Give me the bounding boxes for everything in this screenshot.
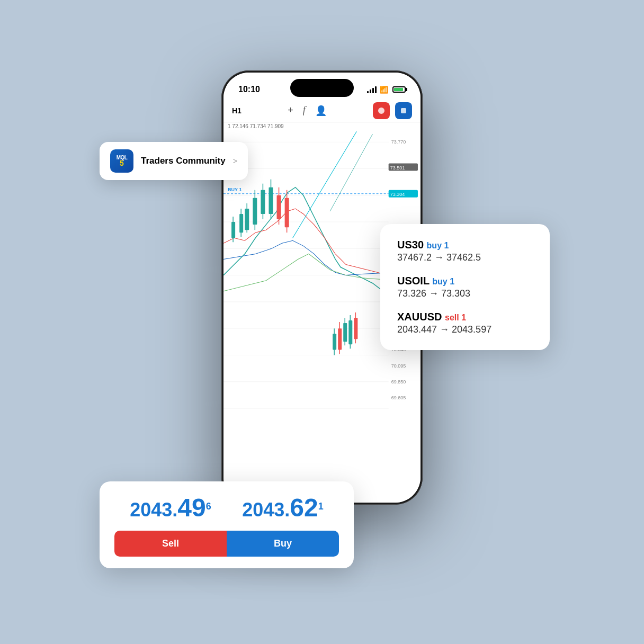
sell-price: 2043.496 [130, 493, 211, 522]
trade-us30-header: US30 buy 1 [397, 239, 533, 251]
sell-price-large: 49 [177, 494, 205, 522]
dynamic-island [290, 79, 354, 97]
toolbar: H1 + f 👤 [223, 99, 421, 122]
mql5-logo: MQL 5 [110, 149, 133, 173]
notification-card[interactable]: MQL 5 Traders Community > [100, 142, 248, 180]
sell-button[interactable]: Sell [114, 531, 227, 557]
trade-item-xauusd: XAUUSD sell 1 2043.447 → 2043.597 [397, 311, 533, 335]
trade-xauusd-header: XAUUSD sell 1 [397, 311, 533, 323]
scene: 10:10 📶 [84, 44, 560, 600]
svg-text:BUY 1: BUY 1 [228, 187, 241, 192]
trade-usoil-prices: 73.326 → 73.303 [397, 288, 533, 299]
function-icon[interactable]: f [303, 105, 306, 116]
buy-price-sup: 1 [318, 501, 324, 512]
svg-text:73.304: 73.304 [390, 192, 405, 197]
trade-usoil-action: buy 1 [432, 277, 454, 286]
trade-xauusd-action: sell 1 [445, 313, 466, 322]
sell-price-sup: 6 [206, 501, 211, 512]
svg-rect-1 [401, 108, 406, 113]
trade-us30-symbol: US30 [397, 239, 427, 251]
person-icon[interactable]: 👤 [315, 105, 327, 117]
crosshair-icon[interactable]: + [288, 105, 293, 116]
timeframe-label: H1 [232, 106, 241, 115]
trade-xauusd-prices: 2043.447 → 2043.597 [397, 324, 533, 335]
svg-text:69.850: 69.850 [391, 379, 406, 384]
price-card: 2043.496 2043.621 Sell Buy [100, 481, 354, 568]
blue-button[interactable] [395, 102, 412, 119]
status-time: 10:10 [238, 85, 260, 94]
trade-usoil-header: USOIL buy 1 [397, 275, 533, 287]
trade-card: US30 buy 1 37467.2 → 37462.5 USOIL buy 1… [380, 224, 550, 350]
buy-price: 2043.621 [242, 493, 324, 522]
toolbar-right [373, 102, 412, 119]
svg-text:73.501: 73.501 [390, 165, 405, 171]
toolbar-icons: + f 👤 [288, 105, 327, 117]
trade-item-usoil: USOIL buy 1 73.326 → 73.303 [397, 275, 533, 299]
svg-text:70.095: 70.095 [391, 363, 406, 369]
red-button[interactable] [373, 102, 390, 119]
signal-icon [367, 86, 377, 93]
trade-us30-action: buy 1 [427, 241, 449, 250]
buy-price-large: 62 [290, 494, 318, 522]
sell-price-main: 2043. [130, 499, 177, 521]
svg-text:73.770: 73.770 [391, 139, 406, 145]
chart-header-prices: 1 72.146 71.734 71.909 [228, 123, 284, 129]
buy-button[interactable]: Buy [227, 531, 339, 557]
buy-price-col: 2043.621 [242, 493, 324, 522]
svg-text:69.605: 69.605 [391, 395, 406, 400]
price-display-row: 2043.496 2043.621 [114, 493, 339, 522]
trade-item-us30: US30 buy 1 37467.2 → 37462.5 [397, 239, 533, 263]
battery-icon [392, 86, 406, 93]
chevron-right-icon: > [233, 157, 237, 165]
notification-title: Traders Community [141, 156, 226, 166]
status-icons: 📶 [367, 86, 406, 94]
action-buttons: Sell Buy [114, 531, 339, 557]
trade-xauusd-symbol: XAUUSD [397, 311, 445, 323]
buy-price-main: 2043. [242, 499, 290, 521]
wifi-icon: 📶 [380, 86, 388, 94]
toolbar-left: H1 [232, 106, 241, 115]
trade-us30-prices: 37467.2 → 37462.5 [397, 252, 533, 263]
trade-usoil-symbol: USOIL [397, 275, 432, 287]
svg-point-0 [378, 108, 384, 114]
svg-line-54 [330, 134, 372, 211]
sell-price-col: 2043.496 [130, 493, 211, 522]
